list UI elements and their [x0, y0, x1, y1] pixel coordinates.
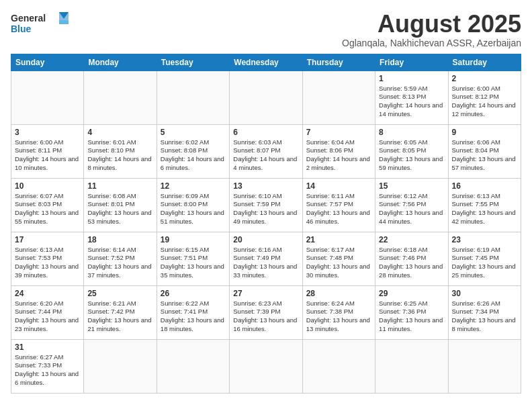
day-cell: 31Sunrise: 6:27 AM Sunset: 7:33 PM Dayli…	[11, 339, 84, 393]
day-cell: 3Sunrise: 6:00 AM Sunset: 8:11 PM Daylig…	[11, 124, 84, 178]
weekday-header-sunday: Sunday	[11, 54, 84, 71]
week-row-6: 31Sunrise: 6:27 AM Sunset: 7:33 PM Dayli…	[11, 339, 521, 393]
day-number: 17	[15, 235, 80, 244]
month-title: August 2025	[342, 11, 521, 38]
day-info: Sunrise: 6:20 AM Sunset: 7:44 PM Dayligh…	[15, 300, 80, 334]
day-cell: 9Sunrise: 6:06 AM Sunset: 8:04 PM Daylig…	[448, 124, 521, 178]
day-cell: 5Sunrise: 6:02 AM Sunset: 8:08 PM Daylig…	[157, 124, 229, 178]
day-info: Sunrise: 6:10 AM Sunset: 7:59 PM Dayligh…	[233, 192, 298, 226]
day-info: Sunrise: 6:00 AM Sunset: 8:11 PM Dayligh…	[15, 138, 80, 173]
day-info: Sunrise: 6:25 AM Sunset: 7:36 PM Dayligh…	[379, 300, 444, 334]
day-info: Sunrise: 6:13 AM Sunset: 7:53 PM Dayligh…	[15, 246, 80, 280]
day-cell: 30Sunrise: 6:26 AM Sunset: 7:34 PM Dayli…	[448, 285, 521, 339]
day-cell: 4Sunrise: 6:01 AM Sunset: 8:10 PM Daylig…	[84, 124, 157, 178]
day-cell: 27Sunrise: 6:23 AM Sunset: 7:39 PM Dayli…	[230, 285, 302, 339]
day-number: 12	[161, 181, 226, 191]
day-number: 1	[379, 74, 444, 83]
day-cell: 2Sunrise: 6:00 AM Sunset: 8:12 PM Daylig…	[448, 71, 521, 124]
day-number: 14	[306, 181, 371, 191]
day-number: 6	[233, 128, 298, 137]
weekday-header-saturday: Saturday	[448, 54, 521, 71]
location-title: Oglanqala, Nakhichevan ASSR, Azerbaijan	[342, 38, 521, 48]
day-info: Sunrise: 6:24 AM Sunset: 7:38 PM Dayligh…	[306, 300, 371, 334]
day-cell: 22Sunrise: 6:18 AM Sunset: 7:46 PM Dayli…	[375, 232, 448, 285]
day-info: Sunrise: 6:26 AM Sunset: 7:34 PM Dayligh…	[452, 300, 517, 334]
day-info: Sunrise: 6:02 AM Sunset: 8:08 PM Dayligh…	[161, 138, 226, 173]
day-cell: 23Sunrise: 6:19 AM Sunset: 7:45 PM Dayli…	[448, 232, 521, 285]
day-cell: 12Sunrise: 6:09 AM Sunset: 8:00 PM Dayli…	[157, 178, 229, 232]
page-header: General Blue August 2025 Oglanqala, Nakh…	[11, 11, 521, 48]
day-cell: 14Sunrise: 6:11 AM Sunset: 7:57 PM Dayli…	[302, 178, 375, 232]
weekday-header-monday: Monday	[84, 54, 157, 71]
day-number: 3	[15, 128, 80, 137]
day-info: Sunrise: 6:04 AM Sunset: 8:06 PM Dayligh…	[306, 138, 371, 173]
weekday-header-row: SundayMondayTuesdayWednesdayThursdayFrid…	[11, 54, 521, 71]
day-number: 18	[87, 235, 152, 244]
day-cell: 8Sunrise: 6:05 AM Sunset: 8:05 PM Daylig…	[375, 124, 448, 178]
weekday-header-tuesday: Tuesday	[157, 54, 229, 71]
svg-text:General: General	[11, 13, 46, 24]
day-info: Sunrise: 6:05 AM Sunset: 8:05 PM Dayligh…	[379, 138, 444, 173]
day-info: Sunrise: 6:16 AM Sunset: 7:49 PM Dayligh…	[233, 246, 298, 280]
day-cell	[11, 71, 84, 124]
day-info: Sunrise: 6:14 AM Sunset: 7:52 PM Dayligh…	[87, 246, 152, 280]
day-number: 30	[452, 289, 517, 298]
calendar-table: SundayMondayTuesdayWednesdayThursdayFrid…	[11, 54, 521, 394]
day-number: 7	[306, 128, 371, 137]
day-info: Sunrise: 6:12 AM Sunset: 7:56 PM Dayligh…	[379, 192, 444, 226]
day-cell: 13Sunrise: 6:10 AM Sunset: 7:59 PM Dayli…	[230, 178, 302, 232]
day-info: Sunrise: 6:18 AM Sunset: 7:46 PM Dayligh…	[379, 246, 444, 280]
day-info: Sunrise: 6:03 AM Sunset: 8:07 PM Dayligh…	[233, 138, 298, 173]
day-info: Sunrise: 6:09 AM Sunset: 8:00 PM Dayligh…	[161, 192, 226, 226]
day-number: 27	[233, 289, 298, 298]
day-info: Sunrise: 6:08 AM Sunset: 8:01 PM Dayligh…	[87, 192, 152, 226]
day-number: 8	[379, 128, 444, 137]
day-cell	[230, 339, 302, 393]
day-cell	[230, 71, 302, 124]
day-number: 16	[452, 181, 517, 191]
day-cell	[84, 339, 157, 393]
day-cell: 11Sunrise: 6:08 AM Sunset: 8:01 PM Dayli…	[84, 178, 157, 232]
day-number: 28	[306, 289, 371, 298]
day-cell: 21Sunrise: 6:17 AM Sunset: 7:48 PM Dayli…	[302, 232, 375, 285]
day-number: 31	[15, 342, 80, 352]
day-info: Sunrise: 6:07 AM Sunset: 8:03 PM Dayligh…	[15, 192, 80, 226]
day-number: 26	[161, 289, 226, 298]
week-row-2: 3Sunrise: 6:00 AM Sunset: 8:11 PM Daylig…	[11, 124, 521, 178]
day-info: Sunrise: 6:21 AM Sunset: 7:42 PM Dayligh…	[87, 300, 152, 334]
week-row-4: 17Sunrise: 6:13 AM Sunset: 7:53 PM Dayli…	[11, 232, 521, 285]
day-info: Sunrise: 6:19 AM Sunset: 7:45 PM Dayligh…	[452, 246, 517, 280]
day-info: Sunrise: 6:17 AM Sunset: 7:48 PM Dayligh…	[306, 246, 371, 280]
day-info: Sunrise: 6:06 AM Sunset: 8:04 PM Dayligh…	[452, 138, 517, 173]
day-number: 25	[87, 289, 152, 298]
day-cell: 15Sunrise: 6:12 AM Sunset: 7:56 PM Dayli…	[375, 178, 448, 232]
day-info: Sunrise: 6:13 AM Sunset: 7:55 PM Dayligh…	[452, 192, 517, 226]
week-row-1: 1Sunrise: 5:59 AM Sunset: 8:13 PM Daylig…	[11, 71, 521, 124]
day-number: 15	[379, 181, 444, 191]
title-area: August 2025 Oglanqala, Nakhichevan ASSR,…	[342, 11, 521, 48]
day-number: 9	[452, 128, 517, 137]
day-cell: 16Sunrise: 6:13 AM Sunset: 7:55 PM Dayli…	[448, 178, 521, 232]
day-cell: 28Sunrise: 6:24 AM Sunset: 7:38 PM Dayli…	[302, 285, 375, 339]
day-number: 19	[161, 235, 226, 244]
day-cell	[302, 339, 375, 393]
day-number: 21	[306, 235, 371, 244]
week-row-5: 24Sunrise: 6:20 AM Sunset: 7:44 PM Dayli…	[11, 285, 521, 339]
weekday-header-thursday: Thursday	[302, 54, 375, 71]
day-cell: 7Sunrise: 6:04 AM Sunset: 8:06 PM Daylig…	[302, 124, 375, 178]
svg-marker-4	[59, 20, 69, 24]
day-number: 23	[452, 235, 517, 244]
day-info: Sunrise: 5:59 AM Sunset: 8:13 PM Dayligh…	[379, 85, 444, 119]
day-number: 4	[87, 128, 152, 137]
day-info: Sunrise: 6:01 AM Sunset: 8:10 PM Dayligh…	[87, 138, 152, 173]
day-cell: 25Sunrise: 6:21 AM Sunset: 7:42 PM Dayli…	[84, 285, 157, 339]
day-cell	[157, 71, 229, 124]
day-cell: 1Sunrise: 5:59 AM Sunset: 8:13 PM Daylig…	[375, 71, 448, 124]
day-cell	[84, 71, 157, 124]
logo: General Blue	[11, 11, 71, 38]
logo-svg: General Blue	[11, 11, 71, 38]
day-cell: 19Sunrise: 6:15 AM Sunset: 7:51 PM Dayli…	[157, 232, 229, 285]
day-info: Sunrise: 6:11 AM Sunset: 7:57 PM Dayligh…	[306, 192, 371, 226]
day-info: Sunrise: 6:22 AM Sunset: 7:41 PM Dayligh…	[161, 300, 226, 334]
day-number: 13	[233, 181, 298, 191]
